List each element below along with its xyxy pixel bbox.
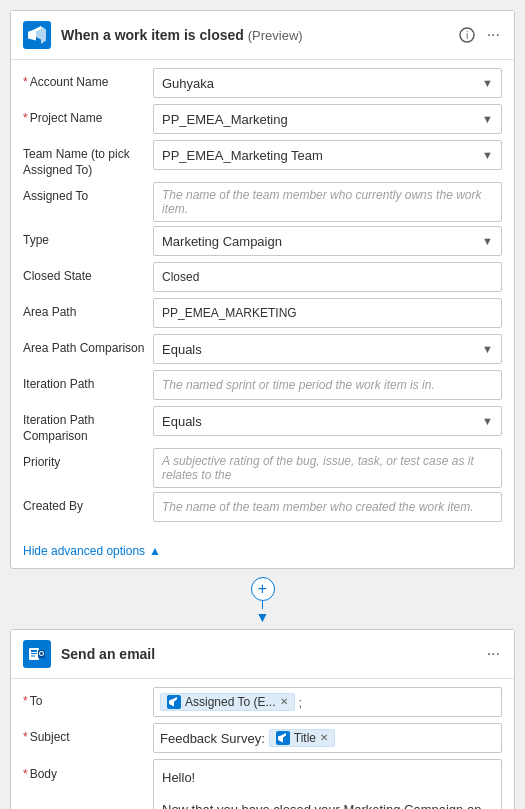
- subject-value[interactable]: Feedback Survey: Title ✕: [153, 723, 502, 753]
- account-name-label: *Account Name: [23, 68, 153, 91]
- team-name-value[interactable]: PP_EMEA_Marketing Team ▼: [153, 140, 502, 170]
- more-options-button[interactable]: ···: [485, 24, 502, 46]
- azure-devops-tag-icon: [276, 731, 290, 745]
- arrow-down-icon: ▼: [256, 609, 270, 625]
- project-name-dropdown[interactable]: PP_EMEA_Marketing ▼: [153, 104, 502, 134]
- title-tag-close-icon[interactable]: ✕: [320, 733, 328, 743]
- title-tag[interactable]: Title ✕: [269, 729, 335, 747]
- trigger-card-header: When a work item is closed (Preview) i ·…: [11, 11, 514, 60]
- info-button[interactable]: i: [457, 25, 477, 45]
- iteration-path-comparison-dropdown[interactable]: Equals ▼: [153, 406, 502, 436]
- body-line-intro: Now that you have closed your Marketing …: [162, 800, 493, 809]
- trigger-card: When a work item is closed (Preview) i ·…: [10, 10, 515, 569]
- team-name-dropdown[interactable]: PP_EMEA_Marketing Team ▼: [153, 140, 502, 170]
- area-path-field[interactable]: PP_EMEA_MARKETING: [153, 298, 502, 328]
- area-path-comparison-value[interactable]: Equals ▼: [153, 334, 502, 364]
- closed-state-value[interactable]: Closed: [153, 262, 502, 292]
- field-row-area-path: Area Path PP_EMEA_MARKETING: [23, 298, 502, 330]
- to-label: *To: [23, 687, 153, 710]
- field-row-priority: Priority A subjective rating of the bug,…: [23, 448, 502, 488]
- assigned-to-tag[interactable]: Assigned To (E... ✕: [160, 693, 295, 711]
- svg-rect-4: [31, 653, 37, 654]
- chevron-down-icon: ▼: [482, 149, 493, 161]
- chevron-up-icon: ▲: [149, 544, 161, 558]
- iteration-path-label: Iteration Path: [23, 370, 153, 393]
- connector: + ▼: [10, 577, 515, 625]
- created-by-value[interactable]: The name of the team member who created …: [153, 492, 502, 522]
- body-line-hello: Hello!: [162, 768, 493, 788]
- field-row-iteration-path: Iteration Path The named sprint or time …: [23, 370, 502, 402]
- priority-label: Priority: [23, 448, 153, 471]
- subject-label: *Subject: [23, 723, 153, 746]
- azure-devops-icon: [23, 21, 51, 49]
- semicolon-separator: ;: [299, 695, 303, 710]
- account-name-value[interactable]: Guhyaka ▼: [153, 68, 502, 98]
- field-row-created-by: Created By The name of the team member w…: [23, 492, 502, 524]
- area-path-comparison-label: Area Path Comparison: [23, 334, 153, 357]
- email-more-options-button[interactable]: ···: [485, 643, 502, 665]
- body-field[interactable]: Hello! Now that you have closed your Mar…: [153, 759, 502, 809]
- team-name-label: Team Name (to pick Assigned To): [23, 140, 153, 178]
- svg-rect-3: [31, 650, 37, 652]
- svg-text:i: i: [466, 30, 468, 41]
- body-label: *Body: [23, 759, 153, 783]
- assigned-to-label: Assigned To: [23, 182, 153, 205]
- chevron-down-icon: ▼: [482, 77, 493, 89]
- email-card-header: O Send an email ···: [11, 630, 514, 679]
- priority-value[interactable]: A subjective rating of the bug, issue, t…: [153, 448, 502, 488]
- email-card-body: *To Assigned To (E... ✕ ;: [11, 679, 514, 809]
- trigger-card-actions: i ···: [457, 24, 502, 46]
- email-card: O Send an email ··· *To: [10, 629, 515, 809]
- iteration-path-value[interactable]: The named sprint or time period the work…: [153, 370, 502, 400]
- field-row-body: *Body Hello! Now that you have closed yo…: [23, 759, 502, 809]
- iteration-path-comparison-label: Iteration Path Comparison: [23, 406, 153, 444]
- priority-field[interactable]: A subjective rating of the bug, issue, t…: [153, 448, 502, 488]
- field-row-area-path-comparison: Area Path Comparison Equals ▼: [23, 334, 502, 366]
- assigned-to-value[interactable]: The name of the team member who currentl…: [153, 182, 502, 222]
- chevron-down-icon: ▼: [482, 343, 493, 355]
- area-path-comparison-dropdown[interactable]: Equals ▼: [153, 334, 502, 364]
- type-label: Type: [23, 226, 153, 249]
- field-row-assigned-to: Assigned To The name of the team member …: [23, 182, 502, 222]
- trigger-card-body: *Account Name Guhyaka ▼ *Project Name PP…: [11, 60, 514, 536]
- closed-state-field[interactable]: Closed: [153, 262, 502, 292]
- chevron-down-icon: ▼: [482, 113, 493, 125]
- iteration-path-comparison-value[interactable]: Equals ▼: [153, 406, 502, 436]
- email-card-actions: ···: [485, 643, 502, 665]
- created-by-label: Created By: [23, 492, 153, 515]
- svg-text:O: O: [39, 650, 45, 657]
- tag-close-icon[interactable]: ✕: [280, 697, 288, 707]
- field-row-team-name: Team Name (to pick Assigned To) PP_EMEA_…: [23, 140, 502, 178]
- account-name-dropdown[interactable]: Guhyaka ▼: [153, 68, 502, 98]
- chevron-down-icon: ▼: [482, 235, 493, 247]
- assigned-to-field[interactable]: The name of the team member who currentl…: [153, 182, 502, 222]
- field-row-closed-state: Closed State Closed: [23, 262, 502, 294]
- field-row-subject: *Subject Feedback Survey: Title ✕: [23, 723, 502, 755]
- type-dropdown[interactable]: Marketing Campaign ▼: [153, 226, 502, 256]
- chevron-down-icon: ▼: [482, 415, 493, 427]
- field-row-type: Type Marketing Campaign ▼: [23, 226, 502, 258]
- hide-advanced-options[interactable]: Hide advanced options ▲: [11, 536, 514, 568]
- outlook-icon: O: [23, 640, 51, 668]
- area-path-label: Area Path: [23, 298, 153, 321]
- field-row-iteration-path-comparison: Iteration Path Comparison Equals ▼: [23, 406, 502, 444]
- svg-rect-5: [31, 656, 35, 657]
- field-row-project-name: *Project Name PP_EMEA_Marketing ▼: [23, 104, 502, 136]
- azure-devops-tag-icon: [167, 695, 181, 709]
- created-by-field[interactable]: The name of the team member who created …: [153, 492, 502, 522]
- trigger-card-title: When a work item is closed (Preview): [61, 27, 457, 43]
- subject-field[interactable]: Feedback Survey: Title ✕: [153, 723, 502, 753]
- add-step-button[interactable]: +: [251, 577, 275, 601]
- body-value[interactable]: Hello! Now that you have closed your Mar…: [153, 759, 502, 809]
- to-field[interactable]: Assigned To (E... ✕ ;: [153, 687, 502, 717]
- iteration-path-field[interactable]: The named sprint or time period the work…: [153, 370, 502, 400]
- to-value[interactable]: Assigned To (E... ✕ ;: [153, 687, 502, 717]
- project-name-label: *Project Name: [23, 104, 153, 127]
- type-value[interactable]: Marketing Campaign ▼: [153, 226, 502, 256]
- field-row-account-name: *Account Name Guhyaka ▼: [23, 68, 502, 100]
- field-row-to: *To Assigned To (E... ✕ ;: [23, 687, 502, 719]
- email-card-title: Send an email: [61, 646, 485, 662]
- area-path-value[interactable]: PP_EMEA_MARKETING: [153, 298, 502, 328]
- project-name-value[interactable]: PP_EMEA_Marketing ▼: [153, 104, 502, 134]
- closed-state-label: Closed State: [23, 262, 153, 285]
